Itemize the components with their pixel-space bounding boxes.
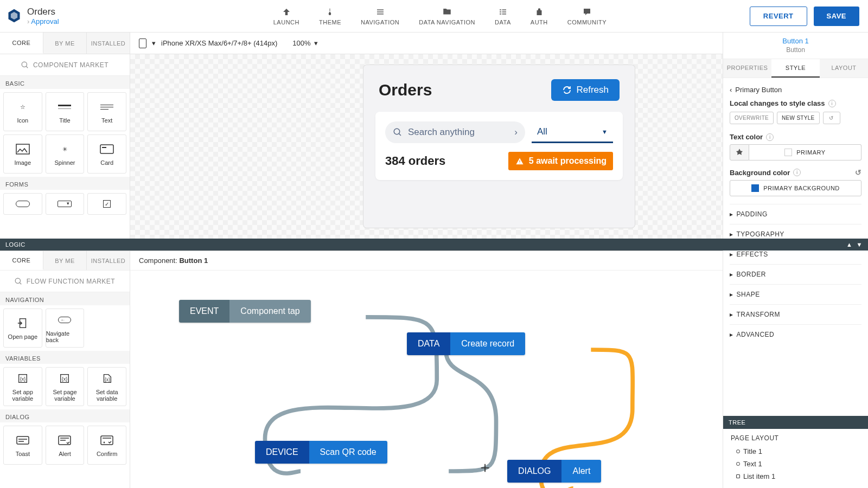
left-tab-installed[interactable]: INSTALLED [87,33,130,54]
flow-function-market-search[interactable]: FLOW FUNCTION MARKET [0,271,130,292]
accordion-shape[interactable]: ▸SHAPE [730,284,861,304]
rp-tab-layout[interactable]: LAYOUT [820,59,868,78]
node-device[interactable]: DEVICEScan QR code [255,441,387,464]
flow-confirm[interactable]: Confirm [87,426,126,465]
category-forms: FORMS [0,177,130,190]
breadcrumb[interactable]: ›Approval [27,17,59,26]
app-title: Orders [27,7,59,17]
logic-cat-dialog: DIALOG [0,409,130,422]
component-market-search[interactable]: COMPONENT MARKET [0,54,130,76]
component-form1[interactable] [3,193,42,215]
text-color-value[interactable]: PRIMARY [749,144,861,160]
local-changes-label: Local changes to style class [730,99,825,107]
text-color-binding-button[interactable] [730,144,749,160]
phone-icon [139,38,146,48]
category-basic: BASIC [0,76,130,89]
device-frame: Orders Refresh Search anything › All▼ [363,65,635,228]
node-event[interactable]: EVENTComponent tap [179,300,311,323]
component-card[interactable]: Card [87,134,126,174]
search-icon [21,61,29,69]
svg-point-3 [394,129,400,134]
svg-text:{x}: {x} [20,376,25,382]
info-icon[interactable]: i [828,100,836,107]
flow-alert[interactable]: Alert [46,426,85,465]
flow-navigate-back[interactable]: ←Navigate back [46,309,85,348]
flow-set-data-var[interactable]: {x}Set data variable [87,367,126,406]
tree-header: TREE [723,416,868,429]
logic-cat-navigation: NAVIGATION [0,292,130,305]
logic-cat-variables: VARIABLES [0,351,130,364]
search-icon [393,127,403,137]
style-back-link[interactable]: ‹Primary Button [730,84,861,99]
component-image[interactable]: Image [3,134,42,174]
revert-button[interactable]: REVERT [750,7,807,26]
app-logo-icon [7,8,22,23]
component-form3[interactable]: ✓ [87,193,126,215]
svg-text:{x}: {x} [105,377,110,382]
component-text[interactable]: Text [87,92,126,131]
screen-title: Orders [379,81,432,99]
refresh-icon [562,85,572,95]
flow-set-app-var[interactable]: {x}Set app variable [3,367,42,406]
device-selector[interactable]: ▾ iPhone XR/XS Max/6+/7+/8+ (414px) [130,33,286,54]
svg-rect-12 [101,436,113,445]
svg-rect-0 [16,144,29,154]
info-icon[interactable]: i [793,169,801,176]
tree-item[interactable]: Text 1 [731,458,860,470]
nav-auth[interactable]: AUTH [527,5,551,28]
search-icon [15,278,22,285]
filter-select[interactable]: All▼ [532,121,613,143]
overwrite-button[interactable]: OVERWRITE [730,112,774,124]
zoom-selector[interactable]: 100%▾ [286,33,324,54]
nav-navigation[interactable]: NAVIGATION [358,5,403,28]
selected-element-type: Button [723,46,868,55]
save-button[interactable]: SAVE [814,7,859,26]
search-input[interactable]: Search anything › [385,121,525,143]
text-color-label: Text color [730,133,763,141]
accordion-advanced[interactable]: ▸ADVANCED [730,324,861,344]
rp-tab-style[interactable]: STYLE [771,59,820,78]
logic-tab-installed[interactable]: INSTALLED [87,251,130,270]
svg-text:{x}: {x} [62,376,68,382]
node-dialog[interactable]: DIALOGAlert [507,460,601,483]
component-spinner[interactable]: ✳Spinner [46,134,85,174]
logic-collapse-icon[interactable]: ▲ ▼ [846,241,863,248]
flow-toast[interactable]: Toast [3,426,42,465]
tree-item[interactable]: List item 1 [731,470,860,483]
refresh-button[interactable]: Refresh [551,79,620,101]
component-form2[interactable]: ▾ [46,193,85,215]
nav-community[interactable]: COMMUNITY [564,5,610,28]
flow-set-page-var[interactable]: {x}Set page variable [46,367,85,406]
svg-rect-1 [100,145,113,153]
bg-color-value[interactable]: PRIMARY BACKGROUND [730,180,861,196]
new-style-button[interactable]: NEW STYLE [777,112,820,124]
tree-section-label: PAGE LAYOUT [731,434,860,442]
await-badge[interactable]: 5 await processing [508,152,613,170]
component-icon[interactable]: ☆Icon [3,92,42,131]
node-data[interactable]: DATACreate record [407,332,525,355]
info-icon[interactable]: i [766,133,774,141]
accordion-transform[interactable]: ▸TRANSFORM [730,304,861,324]
nav-data[interactable]: DATA [492,5,514,28]
logic-panel-label: LOGIC [5,241,25,248]
rp-tab-properties[interactable]: PROPERTIES [723,59,771,78]
accordion-border[interactable]: ▸BORDER [730,264,861,284]
svg-rect-2 [102,147,106,148]
orders-count: 384 orders [385,154,445,168]
reset-style-button[interactable]: ↺ [823,112,840,124]
nav-launch[interactable]: LAUNCH [270,5,303,28]
flow-open-page[interactable]: Open page [3,309,42,348]
logic-tab-byme[interactable]: BY ME [43,251,87,270]
reset-icon[interactable]: ↺ [855,168,861,177]
bg-color-label: Background color [730,169,790,177]
component-title[interactable]: Title [46,92,85,131]
logic-tab-core[interactable]: CORE [0,251,43,270]
nav-data-navigation[interactable]: DATA NAVIGATION [416,5,478,28]
tree-item[interactable]: Title 1 [731,445,860,458]
nav-theme[interactable]: THEME [316,5,344,28]
add-node-icon[interactable]: ＋ [477,457,493,478]
left-tab-core[interactable]: CORE [0,33,43,54]
accordion-padding[interactable]: ▸PADDING [730,204,861,224]
left-tab-byme[interactable]: BY ME [43,33,87,54]
svg-rect-10 [17,436,29,444]
